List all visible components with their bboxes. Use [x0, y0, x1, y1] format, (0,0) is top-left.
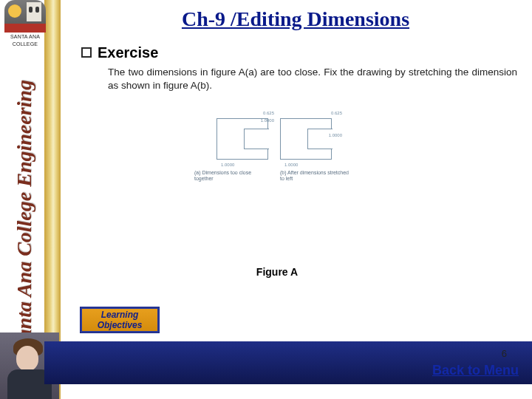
left-column: SANTA ANA COLLEGE Santa Ana College Engi…	[0, 0, 61, 399]
body-text: The two dimensions in figure A(a) are to…	[108, 66, 517, 92]
figure-label: Figure A	[148, 266, 406, 278]
college-logo: SANTA ANA COLLEGE	[4, 0, 46, 52]
figure-a-dim3: 1.0000	[221, 163, 234, 167]
figure-b-dim2: 1.0000	[329, 133, 342, 137]
photo-head	[16, 346, 38, 371]
figure-a-dim1: 0.625	[263, 111, 274, 115]
figure-a-dim2: 1.0000	[261, 118, 274, 123]
figure-a-notch	[244, 129, 269, 149]
vertical-title-container: Santa Ana College Engineering	[13, 85, 58, 351]
slide: SANTA ANA COLLEGE Santa Ana College Engi…	[0, 0, 532, 399]
vertical-title: Santa Ana College Engineering	[13, 80, 35, 351]
bullet-heading: Exercise	[98, 44, 158, 61]
sun-icon	[8, 4, 21, 18]
bullet-row: Exercise	[81, 44, 517, 61]
figure-b-notch	[307, 129, 332, 149]
logo-text-line1: SANTA ANA	[4, 34, 46, 40]
figure-b-caption: (b) After dimensions stretched to left	[280, 170, 354, 183]
slide-title: Ch-9 /Editing Dimensions	[182, 7, 409, 30]
figure-b-shape: 0.625 1.0000 1.0000	[280, 118, 332, 160]
logo-bar	[4, 24, 46, 33]
figure-a-caption: (a) Dimensions too close together	[194, 170, 268, 183]
diagram-captions: (a) Dimensions too close together (b) Af…	[189, 170, 359, 183]
back-to-menu-link[interactable]: Back to Menu	[432, 363, 519, 378]
logo-text-line2: COLLEGE	[4, 41, 46, 47]
tower-icon	[27, 2, 41, 21]
figure-b-dim1: 0.625	[331, 111, 342, 115]
diagram-row: 0.625 1.0000 1.0000 0.625 1.0000 1.0000	[189, 118, 359, 160]
page-number: 6	[502, 348, 507, 359]
figure-a-shape: 0.625 1.0000 1.0000	[216, 118, 268, 160]
content-area: Exercise The two dimensions in figure A(…	[81, 44, 517, 92]
slide-title-container: Ch-9 /Editing Dimensions	[111, 7, 480, 31]
diagram-container: 0.625 1.0000 1.0000 0.625 1.0000 1.0000 …	[189, 118, 359, 183]
figure-b-dim3: 1.0000	[284, 163, 298, 167]
logo-graphic	[4, 0, 46, 24]
learning-objectives-label: Learning Objectives	[81, 310, 159, 331]
square-bullet-icon	[81, 47, 92, 58]
learning-objectives-button[interactable]: Learning Objectives	[80, 307, 160, 333]
